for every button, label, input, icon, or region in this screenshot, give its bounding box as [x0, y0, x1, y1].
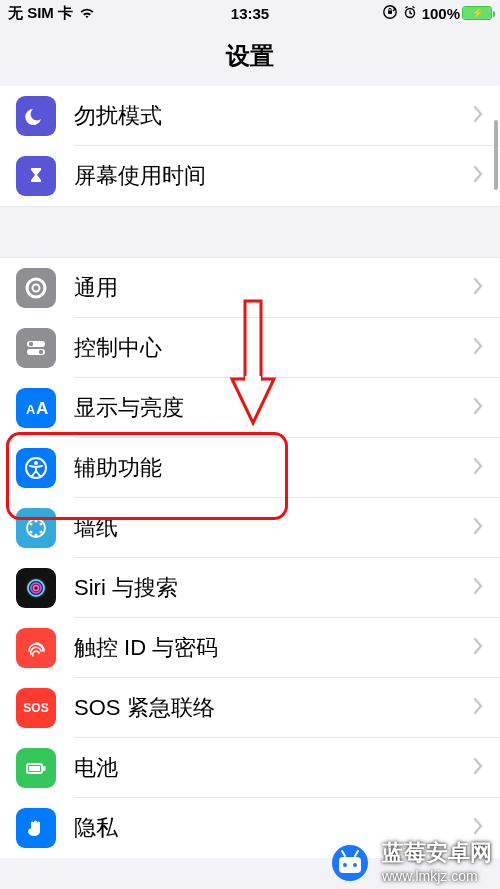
svg-text:SOS: SOS: [23, 701, 48, 715]
svg-point-16: [40, 531, 43, 534]
row-label: 辅助功能: [74, 453, 472, 483]
settings-group-1: 勿扰模式 屏幕使用时间: [0, 86, 500, 207]
chevron-right-icon: [472, 697, 484, 719]
row-battery[interactable]: 电池: [0, 738, 500, 798]
status-bar: 无 SIM 卡 13:35 100% ⚡: [0, 0, 500, 26]
row-label: 触控 ID 与密码: [74, 633, 472, 663]
watermark: 蓝莓安卓网 www.lmkjz.com: [326, 837, 492, 885]
svg-point-6: [29, 342, 33, 346]
chevron-right-icon: [472, 105, 484, 127]
svg-text:A: A: [26, 402, 36, 417]
chevron-right-icon: [472, 817, 484, 839]
alarm-icon: [403, 5, 417, 22]
hourglass-icon: [16, 156, 56, 196]
svg-point-8: [39, 350, 43, 354]
siri-icon: [16, 568, 56, 608]
status-left: 无 SIM 卡: [8, 4, 95, 23]
watermark-logo-icon: [326, 837, 374, 885]
battery-icon: ⚡: [462, 6, 492, 20]
row-touchid-passcode[interactable]: 触控 ID 与密码: [0, 618, 500, 678]
chevron-right-icon: [472, 757, 484, 779]
row-wallpaper[interactable]: 墙纸: [0, 498, 500, 558]
row-label: 通用: [74, 273, 472, 303]
row-control-center[interactable]: 控制中心: [0, 318, 500, 378]
chevron-right-icon: [472, 165, 484, 187]
svg-point-14: [35, 520, 38, 523]
watermark-title: 蓝莓安卓网: [382, 838, 492, 868]
navbar: 设置: [0, 26, 500, 86]
settings-group-2: 通用 控制中心 AA 显示与亮度 辅助功能: [0, 257, 500, 858]
svg-point-19: [30, 523, 33, 526]
svg-point-3: [27, 279, 45, 297]
chevron-right-icon: [472, 337, 484, 359]
wallpaper-icon: [16, 508, 56, 548]
row-general[interactable]: 通用: [0, 258, 500, 318]
row-label: 屏幕使用时间: [74, 161, 472, 191]
rotation-lock-icon: [382, 4, 398, 23]
chevron-right-icon: [472, 517, 484, 539]
accessibility-icon: [16, 448, 56, 488]
gear-icon: [16, 268, 56, 308]
chevron-right-icon: [472, 637, 484, 659]
row-label: SOS 紧急联络: [74, 693, 472, 723]
row-accessibility[interactable]: 辅助功能: [0, 438, 500, 498]
svg-point-12: [34, 461, 38, 465]
battery-status: 100% ⚡: [422, 5, 492, 22]
carrier-text: 无 SIM 卡: [8, 4, 73, 23]
row-label: 勿扰模式: [74, 101, 472, 131]
moon-icon: [16, 96, 56, 136]
row-display-brightness[interactable]: AA 显示与亮度: [0, 378, 500, 438]
status-right: 100% ⚡: [382, 4, 492, 23]
battery-icon: [16, 748, 56, 788]
svg-point-15: [40, 523, 43, 526]
svg-point-32: [343, 863, 347, 867]
svg-point-33: [353, 863, 357, 867]
svg-rect-27: [29, 766, 40, 771]
chevron-right-icon: [472, 277, 484, 299]
fingerprint-icon: [16, 628, 56, 668]
row-label: 电池: [74, 753, 472, 783]
switches-icon: [16, 328, 56, 368]
row-do-not-disturb[interactable]: 勿扰模式: [0, 86, 500, 146]
row-label: 墙纸: [74, 513, 472, 543]
svg-rect-1: [388, 10, 392, 14]
sos-icon: SOS: [16, 688, 56, 728]
watermark-url: www.lmkjz.com: [382, 868, 478, 884]
textsize-icon: AA: [16, 388, 56, 428]
row-label: 控制中心: [74, 333, 472, 363]
scroll-indicator: [494, 120, 498, 190]
svg-text:A: A: [36, 399, 48, 418]
row-siri-search[interactable]: Siri 与搜索: [0, 558, 500, 618]
row-label: Siri 与搜索: [74, 573, 472, 603]
page-title: 设置: [226, 40, 274, 72]
svg-point-17: [35, 534, 38, 537]
svg-rect-31: [339, 857, 361, 873]
chevron-right-icon: [472, 577, 484, 599]
charging-icon: ⚡: [472, 9, 483, 18]
svg-point-18: [30, 531, 33, 534]
hand-icon: [16, 808, 56, 848]
battery-percent: 100%: [422, 5, 460, 22]
row-screen-time[interactable]: 屏幕使用时间: [0, 146, 500, 206]
chevron-right-icon: [472, 397, 484, 419]
svg-point-4: [33, 285, 40, 292]
row-label: 显示与亮度: [74, 393, 472, 423]
chevron-right-icon: [472, 457, 484, 479]
svg-rect-26: [43, 766, 46, 771]
settings-list[interactable]: 勿扰模式 屏幕使用时间 通用: [0, 86, 500, 889]
wifi-icon: [79, 5, 95, 22]
row-sos[interactable]: SOS SOS 紧急联络: [0, 678, 500, 738]
